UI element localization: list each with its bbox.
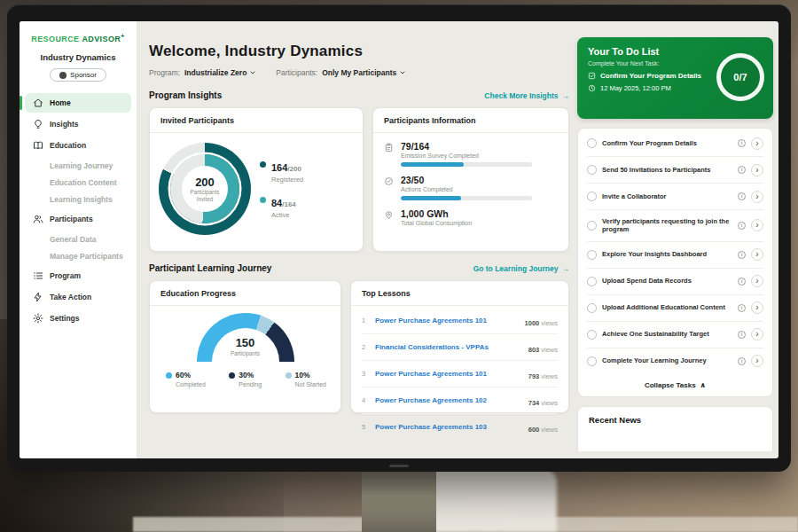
lesson-link[interactable]: Power Purchase Agreements 101: [375, 370, 521, 378]
info-icon[interactable]: i: [738, 192, 746, 200]
invited-participants-card: Invited Participants 200 Participants In…: [149, 107, 364, 252]
todo-panel: Your To Do List Complete Your Next Task:…: [577, 21, 773, 458]
card-title: Invited Participants: [150, 108, 363, 133]
gauge-legend: 60% Completed 30% Pending 10% Not Starte…: [150, 364, 340, 387]
dashboard-screen: RESOURCE ADVISOR+ Industry Dynamics Spon…: [20, 21, 778, 458]
sidebar-item-education[interactable]: Education: [25, 136, 131, 155]
go-to-learning-journey-link[interactable]: Go to Learning Journey →: [473, 264, 569, 273]
stat-label: Total Global Consumption: [401, 220, 472, 226]
info-icon[interactable]: i: [738, 304, 746, 312]
lesson-row[interactable]: 5 Power Purchase Agreements 103 600views: [362, 414, 558, 440]
program-filter-dropdown[interactable]: Industrialize Zero: [184, 68, 256, 77]
task-checkbox[interactable]: [587, 250, 597, 260]
collapse-tasks-button[interactable]: Collapse Tasks ∧: [587, 374, 763, 396]
sidebar-item-education-content[interactable]: Education Content: [25, 174, 131, 191]
info-icon[interactable]: i: [738, 222, 746, 230]
lesson-link[interactable]: Power Purchase Agreements 103: [375, 423, 521, 431]
task-checkbox[interactable]: [587, 356, 597, 366]
sidebar-item-learning-journey[interactable]: Learning Journey: [25, 157, 131, 174]
chevron-right-icon[interactable]: ›: [751, 275, 763, 287]
sidebar-item-program[interactable]: Program: [25, 266, 131, 286]
lesson-row[interactable]: 3 Power Purchase Agreements 101 793views: [362, 361, 558, 387]
stat-value: 23/50: [401, 175, 532, 185]
task-row[interactable]: Verify participants requesting to join t…: [587, 210, 763, 242]
monitor-bezel-logo: [389, 465, 409, 467]
info-icon[interactable]: i: [738, 278, 746, 286]
take-action-bolt-icon: [33, 292, 43, 302]
program-insights-title: Program Insights: [149, 90, 222, 100]
task-row[interactable]: Upload Additional Educational Content i …: [587, 295, 763, 322]
chevron-right-icon[interactable]: ›: [751, 219, 763, 231]
chevron-right-icon[interactable]: ›: [751, 301, 763, 314]
sidebar-item-manage-participants[interactable]: Manage Participants: [25, 247, 131, 264]
task-checkbox[interactable]: [587, 277, 597, 286]
sidebar-item-general-data[interactable]: General Data: [25, 231, 131, 247]
info-icon[interactable]: i: [738, 251, 746, 259]
gauge-center-label: Participants: [197, 350, 294, 356]
lesson-link[interactable]: Power Purchase Agreements 101: [375, 317, 518, 325]
task-row[interactable]: Invite a Collaborator i ›: [587, 184, 763, 210]
sidebar-item-learning-insights[interactable]: Learning Insights: [25, 191, 131, 207]
sidebar-item-label: Settings: [50, 314, 80, 323]
stat-global-consumption: 1,000 GWh Total Global Consumption: [384, 208, 558, 226]
task-row[interactable]: Send 50 Invitations to Participants i ›: [587, 157, 763, 184]
task-row[interactable]: Explore Your Insights Dashboard i ›: [587, 242, 763, 269]
chevron-right-icon[interactable]: ›: [751, 137, 763, 150]
chevron-right-icon[interactable]: ›: [751, 164, 763, 176]
info-icon[interactable]: i: [738, 357, 746, 365]
lesson-link[interactable]: Power Purchase Agreements 102: [375, 396, 521, 404]
lesson-row[interactable]: 1 Power Purchase Agreements 101 1000view…: [362, 308, 558, 334]
chevron-right-icon[interactable]: ›: [751, 328, 763, 340]
lesson-views-suffix: views: [541, 372, 558, 380]
brand-name-resource: RESOURCE: [31, 35, 79, 43]
legend-label: Registered: [271, 176, 303, 184]
sponsor-badge[interactable]: Sponsor: [50, 68, 106, 82]
task-row[interactable]: Achieve One Sustainability Target i ›: [587, 322, 763, 348]
legend-value: 60%: [176, 371, 191, 379]
lesson-views: 734: [528, 399, 540, 407]
learning-journey-title: Participant Learning Journey: [149, 263, 271, 273]
stats-list: 79/164 Emission Survey Completed 23/50 A…: [373, 133, 568, 226]
info-icon[interactable]: i: [738, 139, 746, 147]
task-checkbox[interactable]: [587, 303, 597, 313]
task-label: Upload Spend Data Records: [602, 277, 732, 286]
info-icon[interactable]: i: [738, 331, 746, 339]
legend-dot-completed: [166, 372, 172, 379]
task-label: Verify participants requesting to join t…: [602, 217, 732, 235]
sidebar-item-insights[interactable]: Insights: [25, 114, 131, 134]
donut-legend: 164/200 Registered 84/164 Active: [260, 159, 303, 219]
chevron-right-icon[interactable]: ›: [751, 191, 763, 203]
scene: RESOURCE ADVISOR+ Industry Dynamics Spon…: [0, 0, 798, 532]
todo-time-label: 12 May 2025, 12:00 PM: [600, 84, 671, 92]
task-checkbox[interactable]: [587, 192, 597, 201]
task-row[interactable]: Confirm Your Program Details i ›: [587, 130, 763, 157]
participants-filter-dropdown[interactable]: Only My Participants: [322, 68, 406, 77]
lesson-views-suffix: views: [541, 426, 558, 434]
chevron-right-icon[interactable]: ›: [751, 248, 763, 261]
todo-next-task[interactable]: Confirm Your Program Details: [588, 72, 712, 80]
insights-cards-row: Invited Participants 200 Participants In…: [149, 107, 577, 252]
chevron-right-icon[interactable]: ›: [751, 355, 763, 367]
task-checkbox[interactable]: [587, 138, 597, 148]
info-icon[interactable]: i: [738, 166, 746, 174]
insights-bulb-icon: [33, 119, 43, 129]
sponsor-icon: [59, 72, 66, 79]
lesson-rank: 4: [362, 396, 368, 404]
task-checkbox[interactable]: [587, 221, 597, 231]
participants-information-card: Participants Information 79/164 Emission…: [372, 107, 569, 252]
arrow-right-icon: →: [562, 264, 570, 273]
progress-bar-track: [401, 162, 532, 167]
sidebar-item-take-action[interactable]: Take Action: [25, 287, 131, 307]
lesson-row[interactable]: 4 Power Purchase Agreements 102 734views: [362, 387, 558, 414]
task-checkbox[interactable]: [587, 330, 597, 340]
legend-dot-not-started: [286, 372, 292, 379]
task-row[interactable]: Upload Spend Data Records i ›: [587, 269, 763, 295]
sidebar-item-home[interactable]: Home: [25, 93, 131, 113]
sidebar-item-participants[interactable]: Participants: [25, 209, 131, 229]
lesson-link[interactable]: Financial Considerations - VPPAs: [375, 343, 521, 351]
check-more-insights-link[interactable]: Check More Insights →: [484, 91, 569, 100]
task-row[interactable]: Complete Your Learning Journey i ›: [587, 348, 763, 374]
sidebar-item-settings[interactable]: Settings: [25, 309, 131, 328]
lesson-row[interactable]: 2 Financial Considerations - VPPAs 803vi…: [362, 334, 558, 361]
task-checkbox[interactable]: [587, 165, 597, 175]
